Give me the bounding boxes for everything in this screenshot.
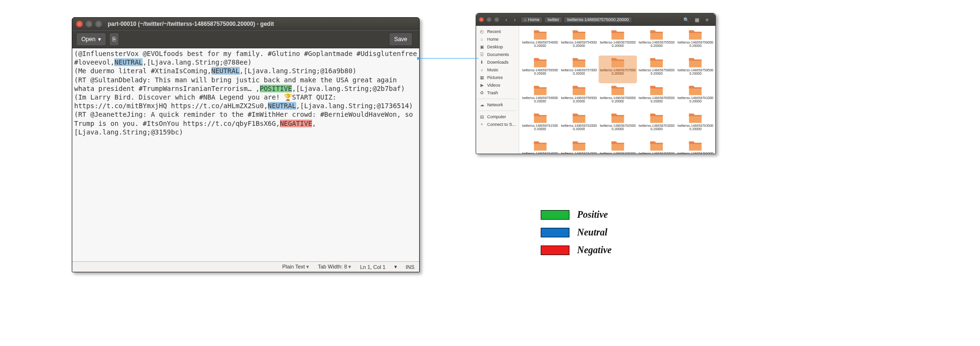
folder-icon bbox=[572, 84, 586, 96]
open-button[interactable]: Open ▾ bbox=[76, 33, 106, 46]
legend-row: Positive bbox=[541, 209, 612, 220]
files-titlebar: ‹ › ⌂Home twitter twitterss-148658757500… bbox=[476, 13, 715, 26]
gedit-titlebar: part-00010 (~/twitter/~/twitterss-148658… bbox=[72, 18, 419, 30]
folder-label: twitterss-1486587660000.20000 bbox=[677, 152, 714, 154]
sidebar-item-network[interactable]: ☁Network bbox=[476, 101, 519, 109]
folder-item[interactable]: twitterss-1486587600000.20000 bbox=[599, 83, 636, 111]
folder-item[interactable]: twitterss-1486587560000.20000 bbox=[677, 28, 714, 56]
new-tab-button[interactable]: ⎘ bbox=[109, 33, 119, 46]
folder-icon bbox=[649, 84, 664, 96]
folder-item[interactable]: twitterss-1486587620000.20000 bbox=[560, 111, 598, 139]
sidebar-label: Computer bbox=[487, 114, 506, 119]
sidebar-item-desktop[interactable]: ▣Desktop bbox=[476, 43, 519, 51]
text-area[interactable]: (@InfluensterVox @EVOLfoods best for my … bbox=[72, 48, 419, 261]
breadcrumb-home[interactable]: ⌂Home bbox=[521, 16, 543, 23]
sidebar-item-home[interactable]: ⌂Home bbox=[476, 35, 519, 43]
sidebar-item-recent[interactable]: ◴Recent bbox=[476, 28, 519, 35]
minimize-icon[interactable] bbox=[487, 17, 491, 22]
crumb-label: twitter bbox=[547, 17, 559, 22]
folder-item[interactable]: twitterss-1486587550000.20000 bbox=[599, 28, 636, 56]
files-window: ‹ › ⌂Home twitter twitterss-148658757500… bbox=[476, 13, 716, 154]
folder-item[interactable]: twitterss-1486587660000.20000 bbox=[677, 139, 714, 154]
sidebar-label: Network bbox=[487, 102, 503, 107]
folder-item[interactable]: twitterss-1486587545000.20000 bbox=[560, 28, 598, 56]
legend-label: Positive bbox=[577, 209, 608, 220]
folder-icon bbox=[533, 140, 547, 151]
folder-item[interactable]: twitterss-1486587610000.20000 bbox=[677, 83, 714, 111]
sentiment-tag: NEUTRAL bbox=[212, 67, 240, 75]
folder-item[interactable]: twitterss-1486587625000.20000 bbox=[599, 111, 636, 139]
maximize-icon[interactable] bbox=[494, 17, 499, 22]
folder-item[interactable]: twitterss-1486587580000.20000 bbox=[638, 56, 676, 83]
sidebar-item-videos[interactable]: ▶Videos bbox=[476, 81, 519, 89]
folder-item[interactable]: twitterss-1486587590000.20000 bbox=[521, 83, 559, 111]
folder-item[interactable]: twitterss-1486587555000.20000 bbox=[638, 28, 676, 56]
menu-icon[interactable]: ≡ bbox=[703, 15, 712, 24]
view-icon[interactable]: ▦ bbox=[692, 15, 701, 24]
sidebar-item-connect-to-s-[interactable]: +Connect to S... bbox=[476, 121, 519, 128]
sidebar-label: Videos bbox=[487, 83, 500, 88]
breadcrumb-twitter[interactable]: twitter bbox=[544, 16, 562, 23]
folder-label: twitterss-1486587570000.20000 bbox=[560, 68, 598, 76]
sidebar-item-music[interactable]: ♪Music bbox=[476, 66, 519, 74]
folder-label: twitterss-1486587635000.20000 bbox=[677, 124, 714, 131]
folder-item[interactable]: twitterss-1486587655000.20000 bbox=[638, 139, 676, 154]
folder-label: twitterss-1486587565000.20000 bbox=[521, 68, 559, 76]
folder-icon bbox=[572, 112, 586, 123]
folder-item[interactable]: twitterss-1486587605000.20000 bbox=[638, 83, 676, 111]
folder-item[interactable]: twitterss-1486587630000.20000 bbox=[638, 111, 676, 139]
folder-item[interactable]: twitterss-1486587650000.20000 bbox=[599, 139, 636, 154]
sidebar-item-pictures[interactable]: ▦Pictures bbox=[476, 74, 519, 81]
legend-row: Negative bbox=[541, 245, 612, 256]
folder-label: twitterss-1486587645000.20000 bbox=[560, 152, 598, 154]
sidebar-label: Trash bbox=[487, 90, 498, 95]
folder-icon bbox=[533, 112, 547, 123]
tabwidth-picker[interactable]: Tab Width: 8 bbox=[318, 264, 351, 270]
sidebar-item-computer[interactable]: ▤Computer bbox=[476, 113, 519, 121]
folder-icon bbox=[688, 56, 702, 68]
sidebar-icon: + bbox=[479, 122, 485, 127]
chevron-down-icon[interactable]: ▾ bbox=[394, 264, 397, 270]
folder-label: twitterss-1486587575000.20000 bbox=[599, 68, 636, 76]
legend-label: Negative bbox=[577, 245, 612, 256]
arrow-annotation bbox=[417, 54, 479, 63]
folder-item[interactable]: twitterss-1486587595000.20000 bbox=[560, 83, 598, 111]
sidebar-item-documents[interactable]: ☰Documents bbox=[476, 51, 519, 58]
folder-item[interactable]: twitterss-1486587575000.20000 bbox=[599, 56, 636, 83]
minimize-icon[interactable] bbox=[86, 21, 92, 27]
folder-item[interactable]: twitterss-1486587635000.20000 bbox=[677, 111, 714, 139]
open-label: Open bbox=[81, 36, 95, 43]
save-label: Save bbox=[394, 36, 407, 43]
search-icon[interactable]: 🔍 bbox=[682, 15, 690, 24]
home-icon: ⌂ bbox=[524, 17, 526, 22]
sidebar-icon: ♪ bbox=[479, 67, 485, 72]
folder-item[interactable]: twitterss-1486587570000.20000 bbox=[560, 56, 598, 83]
folder-item[interactable]: twitterss-1486587585000.20000 bbox=[677, 56, 714, 83]
folder-item[interactable]: twitterss-1486587640000.20000 bbox=[521, 139, 559, 154]
folder-label: twitterss-1486587615000.20000 bbox=[521, 124, 559, 131]
folder-icon bbox=[611, 140, 625, 151]
crumb-label: Home bbox=[528, 17, 539, 22]
folder-label: twitterss-1486587590000.20000 bbox=[521, 96, 559, 103]
lang-picker[interactable]: Plain Text bbox=[282, 264, 310, 270]
breadcrumb-current[interactable]: twitterss-1486587575000.20000 bbox=[564, 16, 632, 23]
sidebar-item-trash[interactable]: ♻Trash bbox=[476, 89, 519, 97]
folder-icon bbox=[649, 29, 664, 40]
folder-icon bbox=[533, 29, 547, 40]
folder-label: twitterss-1486587600000.20000 bbox=[599, 96, 636, 103]
sidebar-item-downloads[interactable]: ⬇Downloads bbox=[476, 58, 519, 66]
folder-item[interactable]: twitterss-1486587565000.20000 bbox=[521, 56, 559, 83]
save-button[interactable]: Save bbox=[389, 33, 412, 46]
folder-item[interactable]: twitterss-1486587540000.20000 bbox=[521, 28, 559, 56]
back-button[interactable]: ‹ bbox=[502, 16, 510, 23]
folder-label: twitterss-1486587550000.20000 bbox=[599, 41, 636, 48]
folder-item[interactable]: twitterss-1486587645000.20000 bbox=[560, 139, 598, 154]
close-icon[interactable] bbox=[76, 21, 83, 27]
folder-item[interactable]: twitterss-1486587615000.20000 bbox=[521, 111, 559, 139]
close-icon[interactable] bbox=[479, 17, 484, 22]
maximize-icon[interactable] bbox=[95, 21, 102, 27]
forward-button[interactable]: › bbox=[511, 16, 519, 23]
legend-swatch bbox=[541, 246, 569, 255]
folder-icon bbox=[572, 56, 586, 68]
sidebar-label: Downloads bbox=[487, 60, 509, 65]
